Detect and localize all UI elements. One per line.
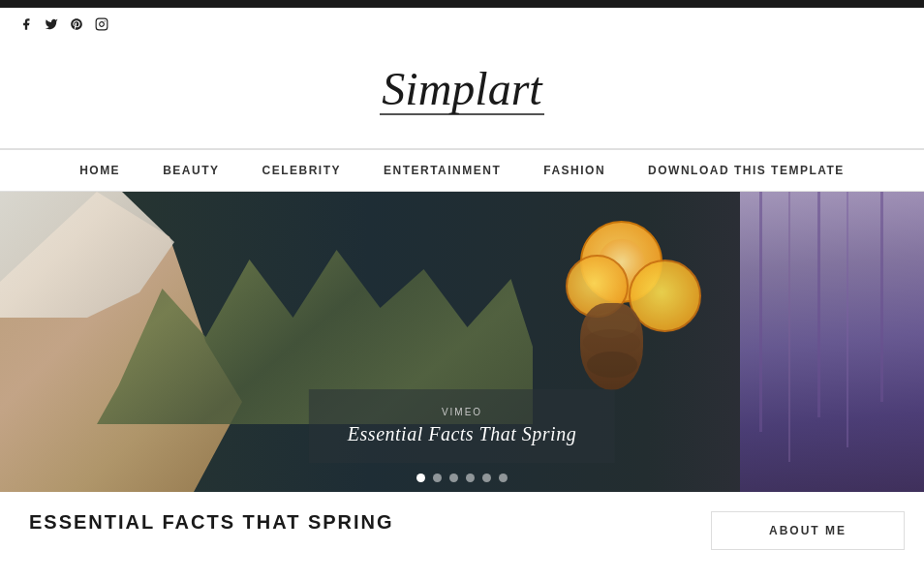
- slider-dot-4[interactable]: [466, 474, 475, 482]
- twitter-icon[interactable]: [45, 17, 58, 35]
- nav-item-download[interactable]: DOWNLOAD THIS TEMPLATE: [627, 150, 866, 191]
- about-label: ABOUT ME: [724, 524, 892, 537]
- slider-dot-3[interactable]: [449, 474, 458, 482]
- svg-rect-0: [96, 18, 108, 30]
- facebook-icon[interactable]: [19, 17, 33, 35]
- slider-dot-6[interactable]: [499, 474, 508, 482]
- about-box: ABOUT ME: [711, 511, 905, 550]
- nav-item-celebrity[interactable]: CELEBRITY: [240, 150, 362, 191]
- nav-item-beauty[interactable]: BEAUTY: [141, 150, 240, 191]
- hero-slider: VIMEO Essential Facts That Spring: [0, 192, 924, 492]
- main-content-area: ESSENTIAL FACTS THAT SPRING: [0, 511, 692, 550]
- nav-item-fashion[interactable]: FASHION: [522, 150, 627, 191]
- nav-item-home[interactable]: HOME: [58, 150, 141, 191]
- slider-dot-1[interactable]: [416, 474, 425, 482]
- sidebar: ABOUT ME: [692, 511, 924, 550]
- pinterest-icon[interactable]: [70, 17, 83, 35]
- nav-item-entertainment[interactable]: ENTERTAINMENT: [362, 150, 522, 191]
- top-bar: [0, 0, 924, 8]
- slider-dots: [416, 474, 508, 482]
- bottom-section: ESSENTIAL FACTS THAT SPRING ABOUT ME: [0, 492, 924, 550]
- navigation: HOME BEAUTY CELEBRITY ENTERTAINMENT FASH…: [0, 149, 924, 192]
- logo[interactable]: Simplart: [365, 54, 559, 131]
- hero-image: VIMEO Essential Facts That Spring: [0, 192, 924, 492]
- post-title: ESSENTIAL FACTS THAT SPRING: [29, 511, 662, 534]
- instagram-icon[interactable]: [95, 17, 108, 35]
- hero-tag: VIMEO: [348, 407, 576, 417]
- logo-area: Simplart: [0, 45, 924, 149]
- hero-caption: VIMEO Essential Facts That Spring: [309, 389, 615, 463]
- hero-pinecone: [580, 303, 643, 390]
- slider-dot-5[interactable]: [482, 474, 491, 482]
- slider-dot-2[interactable]: [433, 474, 442, 482]
- hero-lavender: [740, 192, 924, 492]
- social-row: [0, 8, 924, 45]
- svg-text:Simplart: Simplart: [382, 63, 543, 114]
- hero-title: Essential Facts That Spring: [348, 423, 576, 445]
